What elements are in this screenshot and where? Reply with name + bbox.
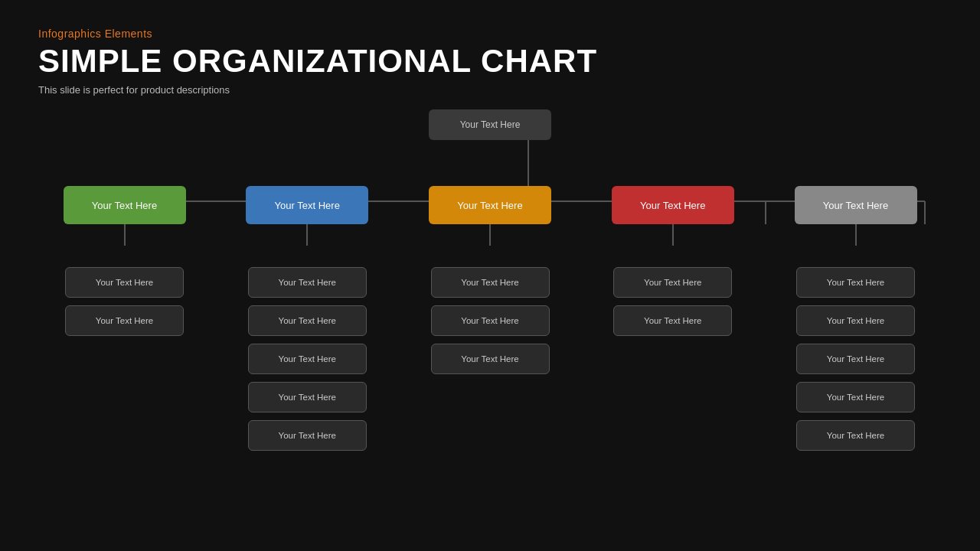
- slide: Infographics Elements SIMPLE ORGANIZATIO…: [0, 0, 980, 551]
- column-4: Your Text HereYour Text HereYour Text He…: [602, 186, 743, 451]
- child-box-3-1: Your Text Here: [431, 267, 550, 298]
- child-box-5-5: Your Text Here: [796, 420, 915, 451]
- col-children-4: Your Text HereYour Text Here: [613, 267, 732, 336]
- subtitle: Infographics Elements: [38, 28, 942, 40]
- col-header-5: Your Text Here: [795, 186, 917, 224]
- col-header-4: Your Text Here: [612, 186, 734, 224]
- col-children-2: Your Text HereYour Text HereYour Text He…: [248, 267, 367, 451]
- col-children-1: Your Text HereYour Text Here: [65, 267, 184, 336]
- col-header-1: Your Text Here: [64, 186, 186, 224]
- root-node: Your Text Here: [429, 109, 551, 140]
- child-box-5-4: Your Text Here: [796, 382, 915, 412]
- page-title: SIMPLE ORGANIZATIONAL CHART: [38, 43, 942, 80]
- child-box-3-2: Your Text Here: [431, 305, 550, 336]
- child-box-3-3: Your Text Here: [431, 344, 550, 374]
- child-box-4-2: Your Text Here: [613, 305, 732, 336]
- page-description: This slide is perfect for product descri…: [38, 84, 942, 96]
- child-box-5-3: Your Text Here: [796, 344, 915, 374]
- child-box-1-2: Your Text Here: [65, 305, 184, 336]
- child-box-5-2: Your Text Here: [796, 305, 915, 336]
- child-box-1-1: Your Text Here: [65, 267, 184, 298]
- columns-container: Your Text HereYour Text HereYour Text He…: [38, 186, 942, 451]
- col-connector-2: [306, 224, 308, 246]
- col-children-3: Your Text HereYour Text HereYour Text He…: [431, 267, 550, 374]
- col-children-5: Your Text HereYour Text HereYour Text He…: [796, 267, 915, 451]
- column-1: Your Text HereYour Text HereYour Text He…: [54, 186, 195, 451]
- org-chart: Your Text Here Your Text HereYour Text H…: [38, 109, 942, 484]
- col-header-2: Your Text Here: [246, 186, 368, 224]
- child-box-2-4: Your Text Here: [248, 382, 367, 412]
- col-header-3: Your Text Here: [429, 186, 551, 224]
- child-box-2-5: Your Text Here: [248, 420, 367, 451]
- col-connector-4: [672, 224, 674, 246]
- col-connector-3: [489, 224, 491, 246]
- child-box-5-1: Your Text Here: [796, 267, 915, 298]
- child-box-4-1: Your Text Here: [613, 267, 732, 298]
- child-box-2-2: Your Text Here: [248, 305, 367, 336]
- col-connector-1: [124, 224, 126, 246]
- col-connector-5: [855, 224, 857, 246]
- child-box-2-3: Your Text Here: [248, 344, 367, 374]
- column-2: Your Text HereYour Text HereYour Text He…: [237, 186, 378, 451]
- column-3: Your Text HereYour Text HereYour Text He…: [420, 186, 561, 451]
- child-box-2-1: Your Text Here: [248, 267, 367, 298]
- column-5: Your Text HereYour Text HereYour Text He…: [785, 186, 926, 451]
